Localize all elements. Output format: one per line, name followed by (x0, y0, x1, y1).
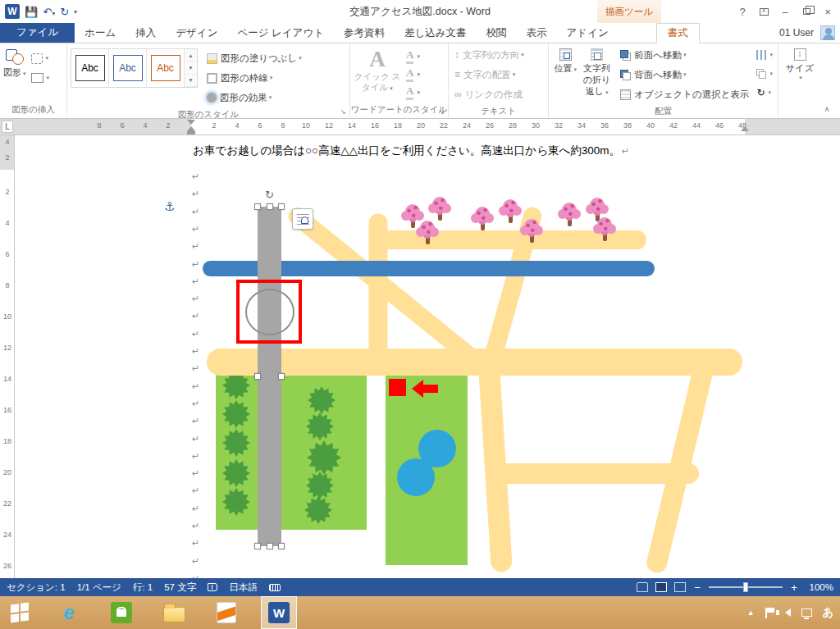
web-layout-button[interactable] (674, 582, 686, 592)
text-effects-button[interactable]: A▾ (404, 84, 422, 101)
tab-表示[interactable]: 表示 (517, 23, 557, 43)
shape-style-preset-2[interactable]: Abc (109, 49, 147, 87)
dialog-launcher-icon[interactable]: ↘ (338, 107, 348, 116)
tab-挿入[interactable]: 挿入 (126, 23, 166, 43)
user-avatar[interactable] (820, 25, 835, 40)
text-direction-button[interactable]: ↕文字列の方向▾ (452, 45, 545, 65)
save-button[interactable]: 💾 (25, 7, 38, 17)
rotate-handle[interactable]: ↻ (263, 189, 276, 202)
direction-arrow[interactable] (412, 380, 438, 398)
gallery-more-icon[interactable]: ▼ (185, 75, 197, 87)
shape-outline-button[interactable]: 図形の枠線▾ (204, 68, 304, 88)
redo-button[interactable]: ↻ (60, 7, 69, 17)
selection-handle[interactable] (254, 543, 261, 549)
cherry-tree[interactable] (556, 202, 582, 230)
wrap-text-button[interactable]: 文字列の折り返し▾ (579, 45, 615, 104)
first-line-indent-marker[interactable] (187, 120, 195, 125)
keyboard-icon[interactable] (269, 584, 281, 591)
cherry-tree[interactable] (414, 220, 441, 248)
proofing-icon[interactable] (208, 583, 217, 591)
tab-アドイン[interactable]: アドイン (557, 23, 619, 43)
action-center-icon[interactable] (765, 608, 774, 618)
align-text-button[interactable]: ≡文字の配置▾ (452, 65, 545, 84)
shape-fill-button[interactable]: 図形の塗りつぶし▾ (204, 48, 304, 68)
left-indent-marker[interactable] (187, 131, 195, 134)
h-ruler[interactable]: L 24682468101214161820222426283032343638… (0, 119, 840, 135)
layout-options-button[interactable] (292, 208, 313, 230)
cherry-tree[interactable] (518, 218, 545, 246)
cherry-tree[interactable] (469, 206, 495, 234)
gallery-down-icon[interactable]: ▼ (185, 62, 197, 74)
road-main-horizontal[interactable] (207, 349, 742, 376)
send-backward-button[interactable]: 背面へ移動▾ (618, 65, 751, 84)
shape-style-preset-3[interactable]: Abc (147, 49, 185, 87)
taskbar-app-button[interactable] (208, 596, 244, 629)
zoom-out-button[interactable]: − (693, 581, 701, 594)
rotary-circle[interactable] (245, 289, 294, 335)
tab-参考資料[interactable]: 参考資料 (334, 23, 395, 43)
help-button[interactable]: ? (732, 2, 753, 21)
zoom-level[interactable]: 100% (806, 582, 833, 592)
tab-format-active[interactable]: 書式 (656, 23, 700, 43)
rotate-objects-button[interactable]: ↻▾ (755, 84, 774, 101)
align-objects-button[interactable]: ▾ (755, 47, 774, 63)
destination-marker[interactable] (389, 379, 406, 396)
ime-mode-indicator[interactable]: あ (823, 605, 833, 620)
customize-qat-button[interactable]: ▾ (74, 8, 77, 16)
tab-ホーム[interactable]: ホーム (75, 23, 126, 43)
document-body-text[interactable]: お車でお越しの場合は○○高速△△出口をご利用ください。高速出口から東へ約300m… (193, 144, 629, 158)
selection-handle[interactable] (267, 203, 273, 210)
status-section[interactable]: セクション: 1 (7, 581, 66, 594)
selection-handle[interactable] (278, 203, 285, 210)
minimize-button[interactable]: – (774, 2, 796, 21)
status-language[interactable]: 日本語 (229, 581, 258, 594)
selection-pane-button[interactable]: オブジェクトの選択と表示 (618, 84, 751, 104)
volume-icon[interactable] (785, 608, 791, 617)
network-icon[interactable] (801, 608, 812, 617)
text-fill-button[interactable]: A▾ (404, 48, 422, 65)
v-ruler[interactable]: 422468101214161820222426 (0, 135, 15, 578)
shape-effects-button[interactable]: 図形の効果▾ (204, 88, 304, 107)
text-box-button[interactable]: ▾ (30, 70, 52, 86)
status-line-number[interactable]: 行: 1 (133, 581, 153, 594)
hidden-icons-button[interactable]: ▲ (747, 608, 755, 617)
position-button[interactable]: 位置▾ (552, 45, 579, 104)
taskbar-word-button[interactable]: W (261, 596, 297, 629)
document-page[interactable]: お車でお越しの場合は○○高速△△出口をご利用ください。高速出口から東へ約300m… (0, 135, 840, 578)
ribbon-display-options-button[interactable] (753, 2, 774, 21)
taskbar-explorer-button[interactable] (156, 596, 192, 629)
close-button[interactable]: × (817, 2, 838, 21)
right-indent-marker[interactable] (741, 126, 749, 131)
undo-button[interactable]: ↶▾ (43, 7, 55, 17)
group-objects-button[interactable]: ▾ (755, 66, 774, 82)
tab-selector-box[interactable]: L (2, 121, 13, 133)
dialog-launcher-icon[interactable]: ↘ (436, 107, 446, 116)
read-mode-button[interactable] (637, 582, 648, 592)
status-page-number[interactable]: 1/1 ページ (77, 581, 121, 594)
collapse-ribbon-button[interactable]: ∧ (820, 103, 833, 115)
status-word-count[interactable]: 57 文字 (164, 581, 196, 594)
text-outline-button[interactable]: A▾ (404, 66, 422, 83)
word-app-icon[interactable]: W (5, 4, 20, 19)
zoom-in-button[interactable]: + (790, 581, 798, 594)
selection-handle[interactable] (254, 373, 261, 380)
tab-ページ レイアウト[interactable]: ページ レイアウト (227, 23, 334, 43)
taskbar-ie-button[interactable]: e (51, 596, 87, 629)
size-button[interactable]: ↕ サイズ ▾ (786, 45, 814, 103)
create-link-button[interactable]: ∞リンクの作成 (452, 84, 545, 104)
tab-校閲[interactable]: 校閲 (477, 23, 517, 43)
gallery-up-icon[interactable]: ▲ (185, 49, 197, 62)
tab-デザイン[interactable]: デザイン (166, 23, 227, 43)
taskbar-store-button[interactable] (103, 596, 139, 629)
zoom-slider-thumb[interactable] (743, 582, 748, 592)
selection-handle[interactable] (267, 543, 273, 549)
cherry-tree[interactable] (591, 217, 618, 244)
pond-circle[interactable] (397, 458, 435, 496)
user-name[interactable]: 01 User (779, 27, 814, 39)
restore-button[interactable] (796, 2, 817, 21)
bring-forward-button[interactable]: 前面へ移動▾ (618, 45, 751, 65)
start-button[interactable] (0, 596, 39, 629)
selection-handle[interactable] (254, 203, 261, 210)
shape-style-preset-1[interactable]: Abc (71, 49, 109, 87)
tab-差し込み文書[interactable]: 差し込み文書 (395, 23, 477, 43)
